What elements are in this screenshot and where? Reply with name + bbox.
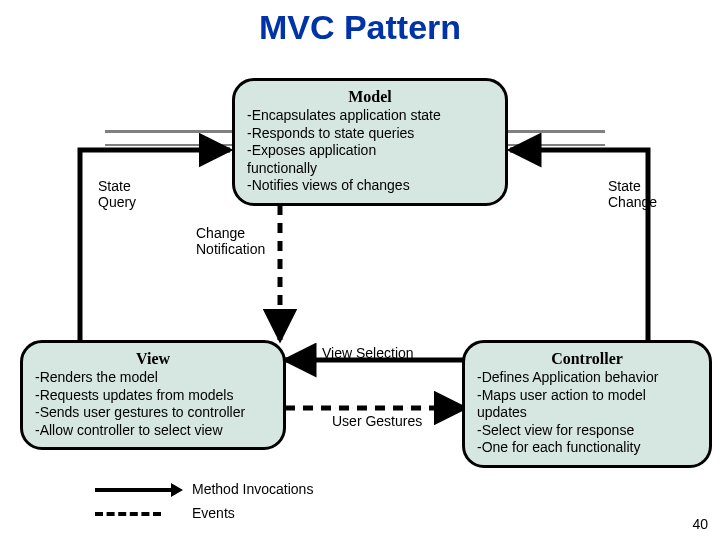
controller-line: -Defines Application behavior <box>477 369 697 387</box>
view-box: View -Renders the model -Requests update… <box>20 340 286 450</box>
controller-line: -Select view for response <box>477 422 697 440</box>
view-line: -Allow controller to select view <box>35 422 271 440</box>
label-change-notification: Change Notification <box>196 225 265 257</box>
label-state-change: State Change <box>608 178 657 210</box>
legend-dashed-label: Events <box>192 505 235 521</box>
controller-box: Controller -Defines Application behavior… <box>462 340 712 468</box>
model-heading: Model <box>247 87 493 107</box>
label-view-selection: View Selection <box>322 345 414 361</box>
legend-solid-label: Method Invocations <box>192 481 313 497</box>
model-line: -Exposes application <box>247 142 493 160</box>
slide: MVC Pattern Model -Encapsulates applicat… <box>0 0 720 540</box>
controller-line: updates <box>477 404 697 422</box>
view-line: -Sends user gestures to controller <box>35 404 271 422</box>
controller-line: -One for each functionality <box>477 439 697 457</box>
view-line: -Renders the model <box>35 369 271 387</box>
controller-line: -Maps user action to model <box>477 387 697 405</box>
view-line: -Requests updates from models <box>35 387 271 405</box>
model-line: -Encapsulates application state <box>247 107 493 125</box>
label-user-gestures: User Gestures <box>332 413 422 429</box>
label-state-query: State Query <box>98 178 136 210</box>
controller-heading: Controller <box>477 349 697 369</box>
model-box: Model -Encapsulates application state -R… <box>232 78 508 206</box>
model-line: functionally <box>247 160 493 178</box>
model-line: -Notifies views of changes <box>247 177 493 195</box>
model-line: -Responds to state queries <box>247 125 493 143</box>
view-heading: View <box>35 349 271 369</box>
